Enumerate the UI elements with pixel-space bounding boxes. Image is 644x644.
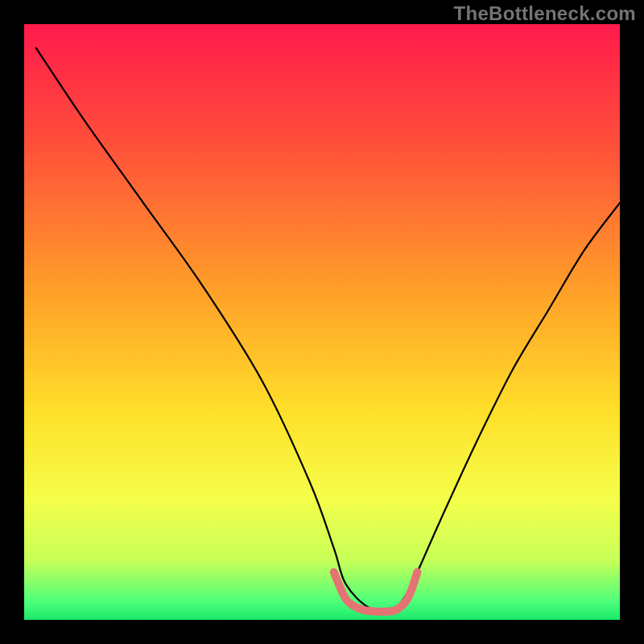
plot-area bbox=[24, 24, 620, 620]
watermark-text: TheBottleneck.com bbox=[454, 2, 636, 25]
gradient-background bbox=[24, 24, 620, 620]
chart-frame: TheBottleneck.com bbox=[0, 0, 644, 644]
bottleneck-chart bbox=[24, 24, 620, 620]
